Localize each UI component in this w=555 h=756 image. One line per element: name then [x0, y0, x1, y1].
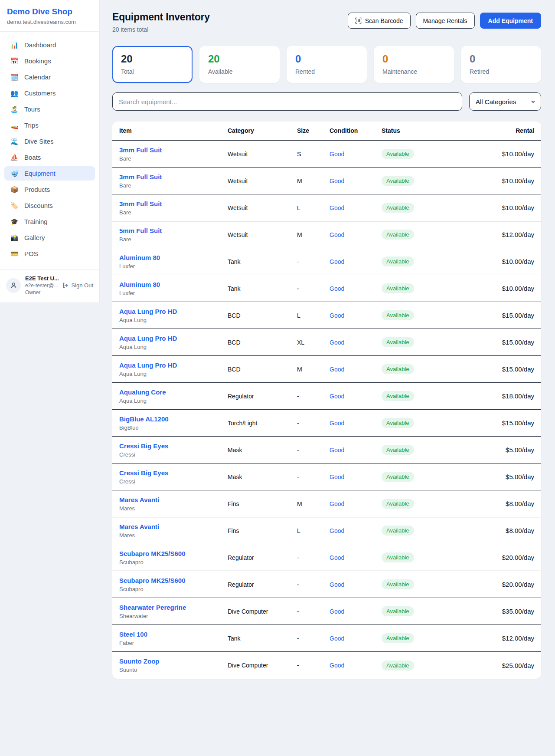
item-cell: 3mm Full Suit Bare [119, 173, 228, 189]
sidebar-item-label: Discounts [24, 202, 53, 209]
stat-label: Rented [295, 68, 358, 75]
item-name-link[interactable]: Aluminum 80 [119, 281, 160, 288]
item-name-link[interactable]: Scubapro MK25/S600 [119, 550, 186, 557]
item-brand: Aqua Lung [119, 317, 228, 323]
table-row: Cressi Big Eyes Cressi Mask - Good Avail… [112, 463, 541, 490]
item-name-link[interactable]: 3mm Full Suit [119, 146, 162, 154]
stat-value: 0 [295, 54, 358, 64]
item-size: - [297, 581, 330, 588]
stat-card-rented[interactable]: 0 Rented [287, 46, 367, 83]
item-name-link[interactable]: 3mm Full Suit [119, 200, 162, 207]
item-category: Mask [228, 473, 297, 480]
condition-link[interactable]: Good [330, 151, 344, 158]
status-badge: Available [382, 418, 414, 428]
item-name-link[interactable]: BigBlue AL1200 [119, 415, 169, 423]
condition-link[interactable]: Good [330, 366, 344, 373]
filter-bar: All Categories [112, 92, 541, 111]
stat-card-maintenance[interactable]: 0 Maintenance [374, 46, 454, 83]
page-title: Equipment Inventory [112, 11, 210, 23]
table-row: 3mm Full Suit Bare Wetsuit M Good Availa… [112, 168, 541, 194]
table-row: Suunto Zoop Suunto Dive Computer - Good … [112, 652, 541, 679]
item-name-link[interactable]: Aqua Lung Pro HD [119, 335, 177, 342]
search-input[interactable] [112, 92, 462, 111]
item-name-link[interactable]: Mares Avanti [119, 523, 159, 530]
item-category: Fins [228, 500, 297, 507]
item-category: Regulator [228, 554, 297, 561]
item-cell: Suunto Zoop Suunto [119, 657, 228, 673]
stat-card-retired[interactable]: 0 Retired [461, 46, 541, 83]
condition-link[interactable]: Good [330, 312, 344, 319]
item-name-link[interactable]: Cressi Big Eyes [119, 442, 168, 450]
condition-link[interactable]: Good [330, 285, 344, 292]
scan-barcode-button[interactable]: Scan Barcode [348, 13, 411, 29]
condition-link[interactable]: Good [330, 662, 344, 669]
sidebar-item-products[interactable]: 📦 Products [4, 182, 95, 197]
stat-card-total[interactable]: 20 Total [112, 46, 193, 83]
item-name-link[interactable]: Mares Avanti [119, 496, 159, 503]
status-badge: Available [382, 283, 414, 293]
users-icon: 👥 [10, 90, 19, 96]
item-size: M [297, 500, 330, 507]
sidebar-item-label: Equipment [24, 170, 56, 177]
sidebar-item-discounts[interactable]: 🏷️ Discounts [4, 198, 95, 213]
item-name-link[interactable]: Aqua Lung Pro HD [119, 308, 177, 315]
sidebar-item-customers[interactable]: 👥 Customers [4, 86, 95, 100]
barcode-icon [355, 17, 362, 24]
sidebar-item-boats[interactable]: ⛵ Boats [4, 150, 95, 164]
item-name-link[interactable]: Scubapro MK25/S600 [119, 577, 186, 584]
condition-link[interactable]: Good [330, 635, 344, 642]
item-name-link[interactable]: Shearwater Peregrine [119, 604, 186, 611]
manage-rentals-button[interactable]: Manage Rentals [416, 13, 475, 29]
add-equipment-label: Add Equipment [488, 17, 533, 24]
item-name-link[interactable]: 3mm Full Suit [119, 173, 162, 181]
item-category: Wetsuit [228, 177, 297, 184]
item-name-link[interactable]: Aluminum 80 [119, 254, 160, 261]
sidebar-item-gallery[interactable]: 📸 Gallery [4, 230, 95, 245]
condition-link[interactable]: Good [330, 608, 344, 615]
speedboat-icon: 🚤 [10, 122, 19, 128]
item-brand: BigBlue [119, 424, 228, 431]
item-name-link[interactable]: Suunto Zoop [119, 657, 159, 665]
stat-label: Available [208, 68, 271, 75]
sign-out-button[interactable]: Sign Out [62, 282, 93, 289]
condition-link[interactable]: Good [330, 554, 344, 561]
item-name-link[interactable]: 5mm Full Suit [119, 227, 162, 234]
condition-link[interactable]: Good [330, 258, 344, 265]
status-badge: Available [382, 552, 414, 562]
sidebar-item-pos[interactable]: 💳 POS [4, 247, 95, 261]
shop-name: Demo Dive Shop [7, 7, 92, 16]
condition-link[interactable]: Good [330, 177, 344, 184]
sidebar-item-calendar[interactable]: 🗓️ Calendar [4, 70, 95, 84]
sidebar-item-tours[interactable]: 🏝️ Tours [4, 102, 95, 116]
item-name-link[interactable]: Cressi Big Eyes [119, 469, 168, 477]
item-brand: Scubapro [119, 559, 228, 565]
add-equipment-button[interactable]: Add Equipment [480, 13, 541, 29]
sidebar-item-equipment[interactable]: 🤿 Equipment [4, 166, 95, 181]
item-category: Dive Computer [228, 608, 297, 615]
condition-link[interactable]: Good [330, 231, 344, 238]
item-name-link[interactable]: Steel 100 [119, 631, 147, 638]
sidebar-item-training[interactable]: 🎓 Training [4, 214, 95, 229]
condition-link[interactable]: Good [330, 204, 344, 211]
category-filter-select[interactable]: All Categories [469, 92, 541, 111]
sidebar-item-dive-sites[interactable]: 🌊 Dive Sites [4, 134, 95, 148]
sidebar-item-dashboard[interactable]: 📊 Dashboard [4, 38, 95, 52]
sidebar-item-label: Dive Sites [24, 138, 54, 145]
condition-link[interactable]: Good [330, 527, 344, 534]
condition-link[interactable]: Good [330, 420, 344, 427]
stat-card-available[interactable]: 20 Available [199, 46, 280, 83]
sidebar-item-bookings[interactable]: 📅 Bookings [4, 54, 95, 68]
camera-icon: 📸 [10, 234, 19, 241]
user-email: e2e-tester@... [25, 283, 58, 289]
table-header-row: Item Category Size Condition Status Rent… [112, 122, 541, 141]
condition-link[interactable]: Good [330, 581, 344, 588]
condition-link[interactable]: Good [330, 339, 344, 346]
item-name-link[interactable]: Aqualung Core [119, 388, 166, 396]
item-name-link[interactable]: Aqua Lung Pro HD [119, 362, 177, 369]
table-row: Mares Avanti Mares Fins M Good Available… [112, 490, 541, 517]
sidebar-item-trips[interactable]: 🚤 Trips [4, 118, 95, 132]
condition-link[interactable]: Good [330, 393, 344, 400]
condition-link[interactable]: Good [330, 500, 344, 507]
condition-link[interactable]: Good [330, 447, 344, 454]
condition-link[interactable]: Good [330, 473, 344, 480]
